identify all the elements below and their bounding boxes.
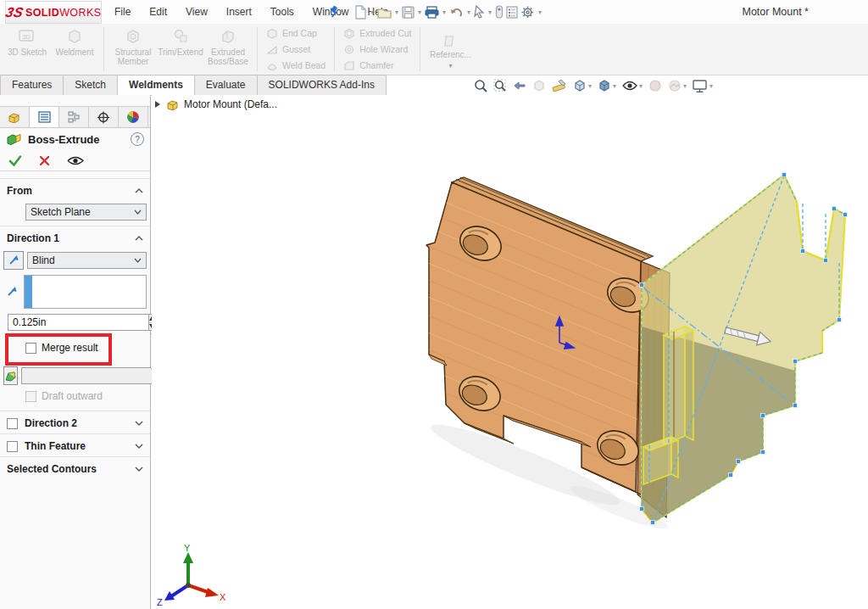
view-settings-icon[interactable]: ▾ <box>692 79 714 93</box>
feature-tree-root-label: Motor Mount (Defa... <box>184 98 277 110</box>
display-style-icon[interactable]: ▾ <box>597 78 617 93</box>
property-manager-header: Boss-Extrude ? <box>0 128 150 150</box>
feature-tree-flyout[interactable]: Motor Mount (Defa... <box>155 98 277 110</box>
ribbon-button-weldment[interactable]: Weldment <box>51 25 98 74</box>
tab-weldments[interactable]: Weldments <box>117 75 194 96</box>
dimxpert-icon <box>97 111 110 124</box>
ribbon-button-trim-extend[interactable]: Trim/Extend <box>157 25 204 74</box>
ribbon-button-weld-bead[interactable]: Weld Bead <box>263 58 329 73</box>
section-direction-1[interactable]: Direction 1 <box>0 226 150 249</box>
draft-outward-label: Draft outward <box>42 390 103 402</box>
menu-file[interactable]: File <box>105 6 140 18</box>
panel-tab-row <box>0 106 150 128</box>
section-from[interactable]: From <box>0 178 150 201</box>
direction-reference-selection-box[interactable] <box>24 275 147 309</box>
menu-insert[interactable]: Insert <box>217 6 261 18</box>
draft-icon <box>4 371 17 382</box>
tab-configuration-manager[interactable] <box>59 107 89 127</box>
tab-display-manager[interactable] <box>119 107 148 127</box>
zoom-to-fit-icon[interactable] <box>473 78 488 93</box>
property-manager-title: Boss-Extrude <box>28 133 131 146</box>
save-icon[interactable] <box>402 6 415 19</box>
select-icon[interactable] <box>474 5 485 19</box>
measure-icon[interactable] <box>551 78 568 93</box>
print-icon[interactable] <box>425 6 439 19</box>
reference-triad: Y X Z <box>157 543 226 607</box>
ribbon-button-hole-wizard[interactable]: Hole Wizard <box>340 42 415 57</box>
ribbon-button-3d-sketch[interactable]: 3D 3D Sketch <box>3 25 51 74</box>
undo-icon[interactable] <box>449 6 464 19</box>
gusset-icon <box>266 44 278 55</box>
direction-2-checkbox[interactable] <box>7 418 18 429</box>
tab-feature-manager[interactable] <box>0 107 30 127</box>
weldment-icon <box>65 28 84 45</box>
expand-arrow-icon[interactable] <box>155 101 160 108</box>
heads-up-view-toolbar: ▾ ▾ ▾ ▾ ▾ <box>473 76 714 95</box>
ribbon-button-extruded-boss-base[interactable]: Extruded Boss/Base <box>204 25 252 74</box>
chevron-up-icon <box>135 188 143 193</box>
command-manager-tabs: Features Sketch Weldments Evaluate SOLID… <box>0 75 387 95</box>
menu-view[interactable]: View <box>176 6 217 18</box>
options-gear-icon[interactable] <box>520 5 535 20</box>
tab-solidworks-add-ins[interactable]: SOLIDWORKS Add-Ins <box>257 75 387 96</box>
reverse-direction-button[interactable] <box>3 251 24 270</box>
rebuild-icon[interactable] <box>495 5 504 19</box>
ribbon-button-chamfer[interactable]: Chamfer <box>340 58 415 73</box>
ribbon-button-gusset[interactable]: Gusset <box>263 42 329 57</box>
ribbon-button-reference-geometry[interactable]: Referenc... ▾ <box>426 29 475 70</box>
thin-feature-checkbox[interactable] <box>7 441 18 452</box>
view-orientation-icon[interactable]: ▾ <box>572 78 593 93</box>
part-icon <box>8 111 21 123</box>
merge-result-row: Merge result <box>3 336 147 360</box>
3d-sketch-icon: 3D <box>18 28 36 45</box>
previous-view-icon[interactable] <box>512 78 527 93</box>
section-selected-contours[interactable]: Selected Contours <box>0 456 150 479</box>
apply-scene-icon: ▾ <box>667 78 687 93</box>
tab-dimxpert[interactable] <box>89 107 119 127</box>
ribbon-button-structural-member[interactable]: Structural Member <box>109 25 157 74</box>
section-direction-2[interactable]: Direction 2 <box>0 411 150 433</box>
ok-check-icon[interactable] <box>8 154 22 166</box>
merge-result-checkbox[interactable] <box>25 343 36 354</box>
solidworks-logo: 3S SOLIDWORKS <box>5 1 102 24</box>
chamfer-icon <box>343 60 355 71</box>
tab-property-manager[interactable] <box>30 107 59 127</box>
menu-edit[interactable]: Edit <box>140 6 176 18</box>
triad-x-label: X <box>220 592 226 602</box>
tab-sketch[interactable]: Sketch <box>63 75 117 96</box>
chevron-down-icon <box>135 444 143 449</box>
tab-features[interactable]: Features <box>0 75 63 96</box>
graphics-viewport[interactable]: Motor Mount (Defa... <box>152 95 868 609</box>
triad-y-label: Y <box>184 543 191 553</box>
chevron-down-icon <box>134 210 142 215</box>
ribbon-button-end-cap[interactable]: End Cap <box>263 25 329 41</box>
draft-angle-input <box>21 367 163 384</box>
title-bar: 3S SOLIDWORKS File Edit View Insert Tool… <box>0 0 868 25</box>
draft-outward-checkbox <box>25 391 36 402</box>
end-condition-dropdown[interactable]: Blind <box>27 252 147 269</box>
quick-access-toolbar: ▾ ▾ ▾ ▾ ▾ ▾ ▾ <box>354 3 542 21</box>
cancel-x-icon[interactable] <box>39 155 50 166</box>
depth-input[interactable] <box>8 314 149 331</box>
hole-wizard-icon <box>343 44 355 55</box>
property-manager-icon <box>38 111 51 123</box>
section-thin-feature[interactable]: Thin Feature <box>0 433 150 456</box>
zoom-to-area-icon[interactable] <box>492 78 508 93</box>
start-condition-dropdown[interactable]: Sketch Plane <box>25 204 147 221</box>
chevron-down-icon <box>135 467 143 472</box>
ribbon-button-extruded-cut[interactable]: Extruded Cut <box>340 25 415 41</box>
direction-reference-arrow-icon <box>6 286 18 298</box>
file-properties-icon[interactable] <box>506 6 518 19</box>
edit-appearance-icon <box>648 78 663 93</box>
pin-menu-icon[interactable] <box>327 5 339 22</box>
direction-arrow-icon <box>8 254 19 266</box>
preview-eye-icon[interactable] <box>67 155 84 166</box>
hide-show-items-icon[interactable]: ▾ <box>621 79 643 92</box>
help-icon[interactable]: ? <box>131 132 144 146</box>
draft-button[interactable] <box>3 366 18 385</box>
section-view-icon <box>531 78 547 93</box>
tab-evaluate[interactable]: Evaluate <box>194 75 257 96</box>
menu-tools[interactable]: Tools <box>261 6 303 18</box>
open-icon[interactable] <box>377 6 392 19</box>
new-document-icon[interactable] <box>354 5 367 20</box>
